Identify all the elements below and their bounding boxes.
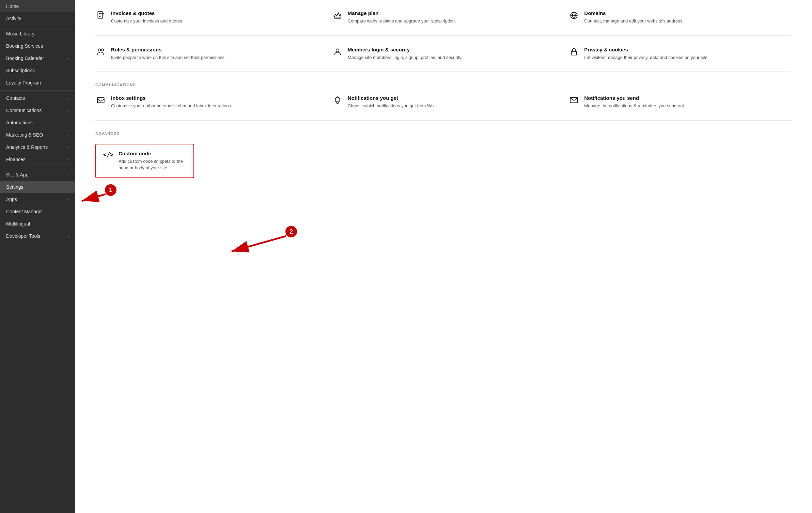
chevron-right-icon: ›: [67, 56, 69, 60]
custom-code-icon: </>: [103, 151, 114, 161]
crown-icon: [332, 10, 343, 21]
sidebar-item-label: Communications: [6, 108, 42, 113]
sidebar-item-label: Activity: [6, 16, 21, 21]
sidebar-item-loyalty-program[interactable]: Loyalty Program: [0, 77, 75, 89]
roles-permissions-card[interactable]: Roles & permissions Invite people to wor…: [95, 47, 318, 61]
privacy-cookies-card[interactable]: Privacy & cookies Let visitors manage th…: [568, 47, 792, 61]
sidebar-item-finances[interactable]: Finances›: [0, 153, 75, 166]
notifications-send-card[interactable]: Notifications you send Manage the notifi…: [568, 95, 792, 109]
sidebar-item-subscriptions[interactable]: Subscriptions: [0, 64, 75, 77]
sidebar-item-label: Contacts: [6, 95, 25, 101]
sidebar-item-label: Site & App: [6, 172, 28, 177]
manage-plan-card[interactable]: Manage plan Compare website plans and up…: [332, 10, 555, 25]
divider-3: [95, 120, 792, 121]
sidebar-item-label: Automations: [6, 120, 33, 125]
invoices-quotes-card[interactable]: Invoices & quotes Customize your invoice…: [95, 10, 318, 25]
members-login-desc: Manage site members' login, signup, prof…: [348, 54, 463, 61]
sidebar-item-settings[interactable]: Settings: [0, 181, 75, 193]
inbox-settings-title: Inbox settings: [111, 95, 232, 101]
sidebar-item-contacts[interactable]: Contacts›: [0, 92, 75, 104]
chevron-right-icon: ›: [67, 173, 69, 177]
notifications-send-title: Notifications you send: [584, 95, 685, 101]
members-icon: [332, 47, 343, 58]
domains-card[interactable]: Domains Connect, manage and edit your we…: [568, 10, 792, 25]
invoices-quotes-title: Invoices & quotes: [111, 10, 183, 16]
globe-icon: [568, 10, 579, 21]
sidebar-item-booking-services[interactable]: Booking Services: [0, 40, 75, 52]
sidebar-item-activity[interactable]: Activity: [0, 12, 75, 25]
sidebar-item-site---app[interactable]: Site & App›: [0, 169, 75, 181]
sidebar-item-label: Analytics & Reports: [6, 144, 48, 150]
sidebar-item-label: Music Library: [6, 31, 34, 36]
inbox-icon: [95, 95, 106, 106]
settings-cards-row-2: Roles & permissions Invite people to wor…: [95, 47, 792, 61]
advanced-section-label: ADVANCED: [95, 131, 792, 136]
notifications-send-desc: Manage the notifications & reminders you…: [584, 103, 685, 109]
notifications-get-desc: Choose which notifications you get from …: [348, 103, 436, 109]
privacy-cookies-title: Privacy & cookies: [584, 47, 708, 52]
sidebar-item-label: Subscriptions: [6, 68, 35, 73]
svg-rect-10: [572, 51, 577, 55]
privacy-cookies-desc: Let visitors manage their privacy, data …: [584, 54, 708, 61]
svg-point-7: [99, 49, 101, 51]
svg-rect-11: [97, 97, 104, 103]
envelope-icon: [568, 95, 579, 106]
sidebar-item-label: Developer Tools: [6, 233, 40, 239]
sidebar-item-label: Finances: [6, 157, 26, 162]
roles-icon: [95, 47, 106, 58]
sidebar-item-marketing---seo[interactable]: Marketing & SEO›: [0, 129, 75, 141]
sidebar-item-label: Settings: [6, 184, 24, 190]
communications-cards: Inbox settings Customize your outbound e…: [95, 95, 792, 109]
communications-section-label: COMMUNICATIONS: [95, 83, 792, 87]
sidebar-item-label: Loyalty Program: [6, 80, 41, 86]
inbox-settings-desc: Customize your outbound emails, chat and…: [111, 103, 232, 109]
sidebar-divider: [0, 90, 75, 91]
notifications-get-title: Notifications you get: [348, 95, 436, 101]
chevron-right-icon: ›: [67, 108, 69, 112]
svg-point-9: [336, 49, 339, 52]
sidebar-item-communications[interactable]: Communications›: [0, 104, 75, 116]
bell-icon: [332, 95, 343, 106]
sidebar-item-analytics---reports[interactable]: Analytics & Reports›: [0, 141, 75, 153]
chevron-right-icon: ›: [67, 145, 69, 149]
inbox-settings-card[interactable]: Inbox settings Customize your outbound e…: [95, 95, 318, 109]
sidebar-item-multilingual[interactable]: Multilingual: [0, 218, 75, 230]
chevron-right-icon: ›: [67, 96, 69, 100]
sidebar-item-label: Booking Services: [6, 43, 43, 49]
sidebar-item-developer-tools[interactable]: Developer Tools›: [0, 230, 75, 242]
chevron-right-icon: ›: [67, 133, 69, 137]
members-login-title: Members login & security: [348, 47, 463, 52]
sidebar-divider: [0, 26, 75, 26]
chevron-right-icon: ›: [67, 197, 69, 201]
divider-2: [95, 72, 792, 72]
sidebar-item-music-library[interactable]: Music Library: [0, 28, 75, 40]
custom-code-title: Custom code: [119, 151, 187, 156]
sidebar-item-home[interactable]: Home: [0, 0, 75, 12]
sidebar-item-label: Content Manager: [6, 209, 43, 214]
sidebar-item-label: Home: [6, 3, 19, 9]
sidebar-item-label: Booking Calendar: [6, 56, 44, 61]
custom-code-card[interactable]: </> Custom code Add custom code snippets…: [95, 144, 194, 178]
sidebar-item-content-manager[interactable]: Content Manager: [0, 205, 75, 218]
main-content: Invoices & quotes Customize your invoice…: [75, 0, 812, 513]
manage-plan-title: Manage plan: [348, 10, 456, 16]
privacy-icon: [568, 47, 579, 58]
roles-permissions-desc: Invite people to work on this site and s…: [111, 54, 226, 61]
sidebar-item-apps[interactable]: Apps›: [0, 193, 75, 205]
sidebar-item-automations[interactable]: Automations: [0, 116, 75, 129]
notifications-get-card[interactable]: Notifications you get Choose which notif…: [332, 95, 555, 109]
svg-point-8: [102, 49, 104, 51]
manage-plan-desc: Compare website plans and upgrade your s…: [348, 18, 456, 25]
chevron-right-icon: ›: [67, 157, 69, 161]
members-login-card[interactable]: Members login & security Manage site mem…: [332, 47, 555, 61]
settings-cards-row-1: Invoices & quotes Customize your invoice…: [95, 10, 792, 25]
sidebar-divider: [0, 167, 75, 167]
invoices-quotes-desc: Customize your invoices and quotes.: [111, 18, 183, 25]
sidebar-item-booking-calendar[interactable]: Booking Calendar›: [0, 52, 75, 64]
domains-desc: Connect, manage and edit your website's …: [584, 18, 684, 25]
sidebar-item-label: Apps: [6, 197, 17, 202]
sidebar-item-label: Multilingual: [6, 221, 30, 227]
invoice-icon: [95, 10, 106, 21]
chevron-right-icon: ›: [67, 234, 69, 238]
domains-title: Domains: [584, 10, 684, 16]
